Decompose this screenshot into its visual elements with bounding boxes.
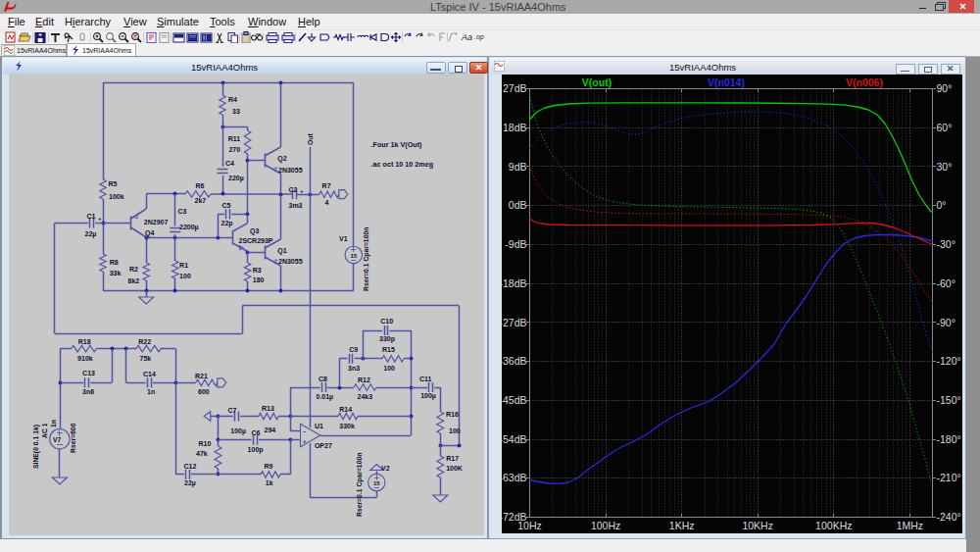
- svg-text:−: −: [303, 428, 306, 434]
- svg-text:.ac oct 10 10 2meg: .ac oct 10 10 2meg: [371, 160, 434, 169]
- svg-text:0°: 0°: [937, 199, 947, 211]
- svg-text:C2: C2: [289, 186, 298, 193]
- svg-text:2N2907: 2N2907: [144, 219, 169, 226]
- svg-text:60°: 60°: [937, 122, 953, 133]
- svg-text:Q3: Q3: [250, 227, 259, 235]
- svg-text:+: +: [303, 438, 306, 444]
- svg-text:1KHz: 1KHz: [669, 520, 695, 531]
- svg-text:C4: C4: [225, 160, 234, 167]
- svg-text:100: 100: [449, 427, 461, 434]
- svg-text:+: +: [98, 216, 102, 222]
- svg-text:-90°: -90°: [937, 317, 956, 328]
- svg-text:OP27: OP27: [315, 442, 332, 449]
- svg-text:8k2: 8k2: [128, 277, 140, 284]
- svg-text:Out: Out: [307, 133, 314, 145]
- svg-text:24k3: 24k3: [358, 393, 373, 400]
- svg-text:V2: V2: [381, 465, 390, 472]
- svg-text:V7: V7: [53, 436, 61, 443]
- svg-text:180: 180: [253, 276, 265, 283]
- svg-text:R10: R10: [199, 440, 212, 447]
- svg-text:Q1: Q1: [277, 247, 286, 255]
- svg-text:-45dB: -45dB: [502, 394, 527, 406]
- svg-text:0dB: 0dB: [509, 199, 527, 211]
- svg-text:10KHz: 10KHz: [742, 520, 773, 531]
- svg-text:22p: 22p: [221, 220, 233, 227]
- svg-text:3n6: 3n6: [82, 388, 94, 395]
- svg-text:1k: 1k: [266, 479, 273, 486]
- svg-text:30°: 30°: [937, 161, 953, 173]
- svg-text:-63dB: -63dB: [502, 472, 527, 483]
- svg-text:100p: 100p: [248, 446, 264, 454]
- svg-text:294: 294: [265, 427, 276, 433]
- svg-text:1n: 1n: [50, 420, 57, 427]
- svg-text:600: 600: [198, 388, 210, 395]
- svg-text:U1: U1: [315, 423, 323, 429]
- svg-text:-210°: -210°: [937, 472, 961, 483]
- svg-text:C12: C12: [184, 463, 197, 470]
- svg-text:C6: C6: [252, 429, 261, 436]
- svg-text:R11: R11: [228, 135, 241, 142]
- svg-text:R3: R3: [253, 267, 262, 274]
- svg-text:R13: R13: [262, 405, 274, 412]
- svg-text:-180°: -180°: [937, 433, 961, 445]
- svg-text:22µ: 22µ: [85, 230, 97, 238]
- svg-text:V(n014): V(n014): [708, 76, 745, 88]
- svg-text:-54dB: -54dB: [502, 433, 527, 445]
- svg-text:Q4: Q4: [145, 229, 154, 237]
- svg-text:V(n006): V(n006): [846, 76, 883, 88]
- svg-text:15: 15: [373, 480, 380, 486]
- svg-text:R6: R6: [196, 182, 205, 189]
- svg-text:220µ: 220µ: [228, 175, 244, 182]
- svg-text:C14: C14: [143, 371, 156, 377]
- svg-text:V1: V1: [339, 235, 348, 242]
- svg-text:C11: C11: [419, 376, 432, 382]
- svg-text:R7: R7: [322, 182, 331, 189]
- svg-text:27dB: 27dB: [503, 82, 527, 94]
- svg-text:3n3: 3n3: [348, 365, 360, 372]
- svg-text:100µ: 100µ: [230, 427, 246, 435]
- svg-text:100: 100: [179, 273, 191, 279]
- svg-text:75k: 75k: [140, 355, 152, 362]
- svg-text:C3: C3: [178, 208, 187, 215]
- svg-text:C10: C10: [380, 318, 393, 325]
- svg-text:R9: R9: [265, 463, 273, 470]
- svg-text:-30°: -30°: [937, 238, 956, 250]
- svg-text:R1: R1: [179, 262, 188, 269]
- svg-text:Rser=600: Rser=600: [70, 423, 76, 453]
- svg-text:R5: R5: [109, 180, 118, 187]
- svg-text:R4: R4: [228, 96, 237, 103]
- svg-text:-36dB: -36dB: [502, 355, 527, 367]
- svg-text:100µ: 100µ: [420, 392, 436, 400]
- svg-text:-18dB: -18dB: [502, 277, 527, 289]
- svg-text:-27dB: -27dB: [502, 317, 527, 328]
- svg-text:270: 270: [228, 146, 240, 153]
- svg-text:+: +: [300, 188, 304, 194]
- svg-text:2k7: 2k7: [195, 197, 207, 204]
- svg-text:22µ: 22µ: [184, 479, 196, 487]
- svg-text:Aa: Aa: [461, 32, 472, 42]
- svg-text:R2: R2: [129, 266, 138, 273]
- svg-text:2200µ: 2200µ: [179, 224, 199, 231]
- svg-text:R22: R22: [138, 338, 151, 345]
- svg-text:Rser=0.1 Cpar=100n: Rser=0.1 Cpar=100n: [356, 453, 364, 517]
- svg-text:R17: R17: [446, 455, 459, 462]
- svg-text:R21: R21: [195, 373, 208, 379]
- svg-text:100: 100: [383, 365, 395, 372]
- svg-text:Q2: Q2: [277, 155, 286, 163]
- svg-text:R18: R18: [78, 338, 91, 345]
- svg-text:100k: 100k: [109, 193, 124, 200]
- svg-text:V(out): V(out): [582, 76, 612, 88]
- svg-text:-60°: -60°: [937, 277, 956, 289]
- svg-text:C8: C8: [318, 376, 327, 382]
- svg-text:2N3055: 2N3055: [278, 258, 303, 265]
- svg-text:33k: 33k: [110, 270, 122, 276]
- svg-text:-240°: -240°: [937, 511, 961, 523]
- svg-text:3m3: 3m3: [289, 202, 303, 209]
- svg-text:R16: R16: [446, 411, 459, 418]
- svg-text:AC 1: AC 1: [41, 423, 48, 438]
- svg-text:9dB: 9dB: [509, 161, 527, 173]
- svg-text:1n: 1n: [147, 388, 155, 395]
- svg-text:R12: R12: [358, 376, 370, 383]
- svg-text:Rser=0.1 Cpar=100n: Rser=0.1 Cpar=100n: [363, 227, 370, 291]
- svg-text:10Hz: 10Hz: [517, 520, 542, 531]
